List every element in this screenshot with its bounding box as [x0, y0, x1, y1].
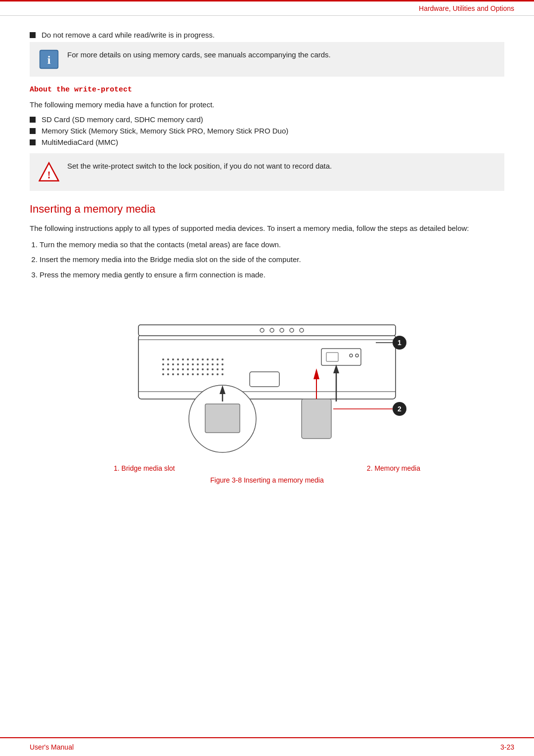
svg-rect-75 [302, 399, 331, 439]
svg-point-26 [192, 363, 194, 365]
svg-point-30 [212, 363, 214, 365]
svg-point-34 [167, 368, 169, 370]
write-protect-subtitle: About the write-protect [30, 86, 504, 94]
svg-point-53 [197, 373, 199, 375]
svg-point-40 [197, 368, 199, 370]
section-intro: The following instructions apply to all … [30, 222, 504, 234]
header-title: Hardware, Utilities and Options [419, 4, 514, 12]
footer: User's Manual 3-23 [0, 737, 534, 756]
svg-rect-61 [326, 353, 338, 361]
svg-point-18 [217, 358, 219, 360]
header-bar: Hardware, Utilities and Options [0, 1, 534, 16]
main-content: Do not remove a card while read/write is… [0, 16, 534, 507]
footer-left: User's Manual [30, 743, 74, 751]
svg-point-32 [222, 363, 223, 365]
protect-item-text-3: MultiMediaCard (MMC) [42, 138, 118, 146]
svg-point-13 [192, 358, 194, 360]
svg-point-10 [177, 358, 179, 360]
svg-point-19 [222, 358, 223, 360]
figure-label-1: 1. Bridge media slot [114, 464, 175, 472]
svg-point-15 [202, 358, 204, 360]
svg-text:2: 2 [398, 405, 401, 413]
svg-point-35 [172, 368, 174, 370]
svg-point-49 [177, 373, 179, 375]
svg-point-31 [217, 363, 219, 365]
svg-point-52 [192, 373, 194, 375]
protect-item-3: MultiMediaCard (MMC) [30, 138, 504, 146]
protect-item-2: Memory Stick (Memory Stick, Memory Stick… [30, 127, 504, 135]
svg-point-39 [192, 368, 194, 370]
protect-item-text-2: Memory Stick (Memory Stick, Memory Stick… [42, 127, 288, 135]
svg-point-27 [197, 363, 199, 365]
svg-text:i: i [47, 53, 51, 66]
protect-item-1: SD Card (SD memory card, SDHC memory car… [30, 115, 504, 124]
warning-icon: ! [39, 160, 59, 184]
svg-point-47 [167, 373, 169, 375]
svg-rect-4 [138, 335, 396, 399]
svg-point-9 [172, 358, 174, 360]
svg-point-42 [207, 368, 209, 370]
warning-svg: ! [39, 161, 59, 183]
svg-point-37 [182, 368, 184, 370]
svg-point-48 [172, 373, 174, 375]
step-1: Turn the memory media so that the contac… [40, 239, 504, 251]
svg-point-43 [212, 368, 214, 370]
svg-point-51 [187, 373, 189, 375]
svg-point-38 [187, 368, 189, 370]
warning-text: Set the write-protect switch to the lock… [67, 160, 332, 172]
svg-point-24 [182, 363, 184, 365]
svg-text:1: 1 [398, 339, 401, 347]
svg-rect-64 [138, 325, 396, 336]
svg-point-17 [212, 358, 214, 360]
laptop-diagram-svg: 1 2 [109, 295, 425, 458]
figure-caption: Figure 3-8 Inserting a memory media [210, 476, 324, 484]
svg-point-28 [202, 363, 204, 365]
svg-rect-82 [205, 404, 240, 433]
info-icon: i [39, 49, 59, 70]
steps-list: Turn the memory media so that the contac… [40, 239, 504, 281]
svg-point-56 [212, 373, 214, 375]
svg-point-29 [207, 363, 209, 365]
svg-point-44 [217, 368, 219, 370]
figure-label-2: 2. Memory media [367, 464, 420, 472]
svg-point-14 [197, 358, 199, 360]
svg-point-55 [207, 373, 209, 375]
svg-point-22 [172, 363, 174, 365]
inserting-section-heading: Inserting a memory media [30, 203, 504, 216]
info-svg: i [39, 49, 59, 69]
svg-point-11 [182, 358, 184, 360]
svg-point-20 [162, 363, 164, 365]
svg-point-58 [222, 373, 223, 375]
svg-point-25 [187, 363, 189, 365]
svg-point-45 [222, 368, 223, 370]
protect-item-text-1: SD Card (SD memory card, SDHC memory car… [42, 115, 203, 124]
footer-right: 3-23 [500, 743, 514, 751]
svg-point-21 [167, 363, 169, 365]
svg-point-57 [217, 373, 219, 375]
svg-point-12 [187, 358, 189, 360]
bullet-text: Do not remove a card while read/write is… [42, 31, 215, 39]
info-text: For more details on using memory cards, … [67, 49, 331, 60]
svg-point-16 [207, 358, 209, 360]
bullet-square-icon [30, 32, 36, 38]
svg-point-8 [167, 358, 169, 360]
step-3: Press the memory media gently to ensure … [40, 269, 504, 281]
step-2: Insert the memory media into the Bridge … [40, 254, 504, 266]
svg-point-46 [162, 373, 164, 375]
svg-point-36 [177, 368, 179, 370]
info-box: i For more details on using memory cards… [30, 42, 504, 77]
protect-intro: The following memory media have a functi… [30, 99, 504, 110]
bullet-do-not-remove: Do not remove a card while read/write is… [30, 31, 504, 39]
svg-point-23 [177, 363, 179, 365]
svg-point-7 [162, 358, 164, 360]
bullet-sq-icon-3 [30, 139, 36, 145]
figure-labels: 1. Bridge media slot 2. Memory media [109, 464, 425, 472]
bullet-sq-icon-2 [30, 128, 36, 134]
svg-point-50 [182, 373, 184, 375]
bullet-sq-icon [30, 117, 36, 123]
svg-point-54 [202, 373, 204, 375]
figure-area: 1 2 1. Bridge media slot 2. Memory media [30, 295, 504, 484]
warning-box: ! Set the write-protect switch to the lo… [30, 153, 504, 191]
svg-point-33 [162, 368, 164, 370]
svg-point-41 [202, 368, 204, 370]
